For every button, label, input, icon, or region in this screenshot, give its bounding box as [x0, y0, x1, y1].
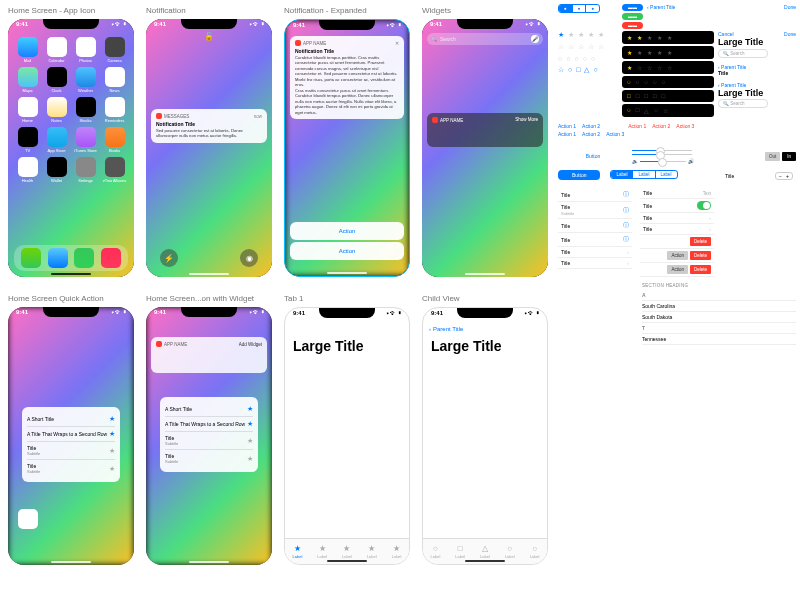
app-icon[interactable]: Weather: [72, 67, 99, 93]
large-title: Large Title: [293, 338, 364, 354]
camera-button[interactable]: ◉: [240, 249, 258, 267]
app-icon[interactable]: Calendar: [43, 37, 70, 63]
action-row[interactable]: Action 1Action 2: [558, 123, 600, 129]
artboard-label: Tab 1: [284, 294, 414, 304]
quick-action-item[interactable]: A Title That Wraps to a Second Row★: [165, 417, 253, 432]
done-button[interactable]: Done: [784, 31, 796, 37]
app-icon[interactable]: Health: [14, 157, 41, 183]
quick-action-item[interactable]: TitleSubtitle★: [27, 460, 115, 477]
dock-app[interactable]: [74, 248, 94, 268]
notification-card[interactable]: MESSAGESnow Notification Title Sed posue…: [151, 109, 267, 143]
dock-app[interactable]: [101, 248, 121, 268]
app-icon[interactable]: Clock: [43, 67, 70, 93]
app-icon[interactable]: Reminders: [101, 97, 128, 123]
slider[interactable]: [632, 154, 692, 155]
app-icon[interactable]: Wallet: [43, 157, 70, 183]
quick-action-menu[interactable]: A Short Title★A Title That Wraps to a Se…: [160, 397, 258, 472]
notification-expanded[interactable]: APP NAME✕ Notification Title Curabitur b…: [290, 36, 404, 119]
tab-item[interactable]: ○Label: [522, 539, 547, 564]
app-icon[interactable]: Books: [101, 127, 128, 153]
app-icon[interactable]: vTwo Albums: [101, 157, 128, 183]
star-rating[interactable]: ★★★★★: [558, 31, 618, 39]
search-field[interactable]: 🔍Search🎤: [427, 33, 543, 45]
search-input[interactable]: 🔍 Search: [718, 49, 768, 58]
large-title: Large Title: [431, 338, 502, 354]
phone-child: 9:41▸ ᯤ ▮ ‹Parent Title Large Title ○Lab…: [422, 307, 548, 565]
app-icon[interactable]: Notes: [43, 97, 70, 123]
app-icon[interactable]: Stocks: [72, 97, 99, 123]
close-icon[interactable]: ✕: [395, 41, 399, 46]
app-icon[interactable]: Mail: [14, 37, 41, 63]
phone-home: 9:41▸ ᯤ ▮ MailCalendarPhotosCameraMapsCl…: [8, 19, 134, 277]
app-icon[interactable]: [18, 509, 38, 529]
in-button[interactable]: In: [782, 152, 796, 161]
pill-button[interactable]: ▬▬: [622, 22, 643, 29]
tab-item[interactable]: ★Label: [384, 539, 409, 564]
list-item: T: [642, 323, 796, 334]
toggle-cell[interactable]: Title: [640, 199, 714, 213]
quick-action-item[interactable]: A Title That Wraps to a Second Row★: [27, 427, 115, 442]
list-item[interactable]: Tennessee: [642, 334, 796, 345]
search-input[interactable]: 🔍 Search: [718, 99, 768, 108]
app-icon[interactable]: Home: [14, 97, 41, 123]
button-link[interactable]: Button: [586, 153, 600, 159]
pill-button[interactable]: ▬▬: [622, 4, 643, 11]
back-link[interactable]: ‹ Parent Title: [647, 4, 675, 10]
segmented-control[interactable]: ●●●: [558, 4, 600, 13]
delete-button[interactable]: Delete: [690, 251, 711, 260]
artboard-label: Child View: [422, 294, 552, 304]
back-button[interactable]: ‹Parent Title: [423, 322, 547, 336]
out-button[interactable]: Out: [765, 152, 780, 161]
quick-action-menu[interactable]: A Short Title★A Title That Wraps to a Se…: [22, 407, 120, 482]
app-icon[interactable]: Camera: [101, 37, 128, 63]
app-icon[interactable]: News: [101, 67, 128, 93]
large-title: Large Title: [718, 37, 796, 47]
pill-button[interactable]: ▬▬: [622, 13, 643, 20]
widget-card[interactable]: APP NAMEShow More: [427, 113, 543, 147]
app-icon[interactable]: TV: [14, 127, 41, 153]
artboard-label: Home Screen Quick Action: [8, 294, 138, 304]
notification-action[interactable]: Action: [290, 222, 404, 240]
widget-header[interactable]: APP NAMEAdd Widget: [151, 337, 267, 373]
flashlight-button[interactable]: ⚡: [160, 249, 178, 267]
artboard-label: Home Screen - App Icon: [8, 6, 138, 16]
phone-quick-action-widget: 9:41▸ ᯤ ▮ APP NAMEAdd Widget A Short Tit…: [146, 307, 272, 565]
app-icon[interactable]: Maps: [14, 67, 41, 93]
done-button[interactable]: Done: [784, 4, 796, 10]
tab-item[interactable]: ★Label: [285, 539, 310, 564]
list-item[interactable]: South Dakota: [642, 312, 796, 323]
dark-stars[interactable]: ★★★★★: [622, 31, 714, 44]
artboard-label: Notification: [146, 6, 276, 16]
delete-button[interactable]: Delete: [690, 237, 711, 246]
quick-action-item[interactable]: A Short Title★: [165, 402, 253, 417]
app-icon[interactable]: Photos: [72, 37, 99, 63]
switch[interactable]: [697, 201, 711, 210]
quick-action-item[interactable]: A Short Title★: [27, 412, 115, 427]
quick-action-item[interactable]: TitleSubtitle★: [27, 442, 115, 460]
phone-notif-expanded: 9:41▸ ᯤ ▮ APP NAME✕ Notification Title C…: [284, 19, 410, 277]
primary-button[interactable]: Button: [558, 170, 600, 180]
list-item: A: [642, 290, 796, 301]
phone-tab1: 9:41▸ ᯤ ▮ Large Title ★Label★Label★Label…: [284, 307, 410, 565]
section-header: SECTION HEADING: [642, 283, 796, 288]
dock-app[interactable]: [21, 248, 41, 268]
action-row-destructive[interactable]: Action 1Action 2Action 3: [628, 123, 694, 129]
dock-app[interactable]: [48, 248, 68, 268]
phone-widgets: 9:41▸ ᯤ ▮ 🔍Search🎤 9:41 Tuesday, Septemb…: [422, 19, 548, 277]
artboard-label: Widgets: [422, 6, 552, 16]
artboard-label: Notification - Expanded: [284, 6, 414, 16]
tab-item[interactable]: ○Label: [423, 539, 448, 564]
app-icon[interactable]: App Store: [43, 127, 70, 153]
table-cell[interactable]: Titleⓘ: [558, 188, 632, 202]
phone-lock: 9:41▸ ᯤ ▮ 🔓 9:41 Tuesday, September 12 M…: [146, 19, 272, 277]
notification-action[interactable]: Action: [290, 242, 404, 260]
app-icon[interactable]: iTunes Store: [72, 127, 99, 153]
phone-quick-action: 9:41▸ ᯤ ▮ A Short Title★A Title That Wra…: [8, 307, 134, 565]
artboard-label: Home Screen...on with Widget: [146, 294, 276, 304]
app-icon[interactable]: Settings: [72, 157, 99, 183]
quick-action-item[interactable]: TitleSubtitle★: [165, 432, 253, 450]
segmented-control[interactable]: LabelLabelLabel: [610, 170, 677, 179]
lock-icon: 🔓: [204, 32, 214, 41]
quick-action-item[interactable]: TitleSubtitle★: [165, 450, 253, 467]
list-item[interactable]: South Carolina: [642, 301, 796, 312]
